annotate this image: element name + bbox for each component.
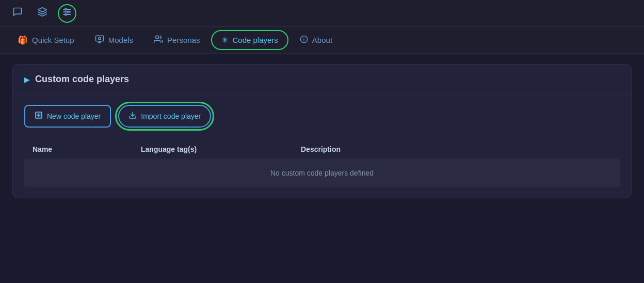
svg-point-8: [98, 37, 101, 40]
nav-bar: 🎁 Quick Setup Models Personas ✳ Code pla…: [0, 27, 644, 54]
sliders-icon: [62, 7, 72, 20]
new-code-player-button[interactable]: New code player: [24, 105, 111, 128]
plus-icon: [35, 111, 43, 121]
section-body: New code player Import code player Name: [13, 95, 631, 198]
main-content: ▶ Custom code players New code player: [0, 54, 644, 283]
chat-icon: [12, 7, 23, 20]
svg-point-9: [156, 36, 159, 39]
tab-about[interactable]: About: [291, 31, 342, 50]
tab-quick-setup[interactable]: 🎁 Quick Setup: [8, 31, 84, 49]
table-empty-row: No custom code players defined: [24, 159, 620, 187]
svg-marker-0: [38, 8, 47, 12]
custom-code-players-section: ▶ Custom code players New code player: [12, 64, 632, 198]
tab-models[interactable]: Models: [86, 30, 142, 50]
col-language-tags: Language tag(s): [141, 145, 296, 153]
top-icon-bar: [0, 0, 644, 27]
import-code-player-button[interactable]: Import code player: [118, 105, 211, 128]
section-title: Custom code players: [35, 74, 129, 85]
col-name: Name: [33, 145, 136, 153]
import-icon: [128, 111, 137, 121]
expand-icon: ▶: [24, 75, 30, 84]
layers-icon-button[interactable]: [33, 4, 52, 23]
layers-icon: [37, 7, 47, 20]
svg-point-5: [68, 11, 69, 12]
table-header: Name Language tag(s) Description: [24, 140, 620, 159]
sliders-icon-button[interactable]: [58, 4, 76, 23]
svg-point-4: [65, 8, 67, 10]
code-players-icon: ✳: [221, 35, 228, 45]
quick-setup-icon: 🎁: [18, 35, 28, 45]
section-header[interactable]: ▶ Custom code players: [13, 65, 631, 95]
chat-icon-button[interactable]: [8, 4, 27, 23]
svg-point-6: [65, 13, 67, 15]
tab-personas[interactable]: Personas: [144, 30, 209, 50]
about-icon: [300, 35, 308, 45]
svg-rect-7: [95, 36, 103, 41]
button-row: New code player Import code player: [24, 105, 620, 128]
tab-code-players[interactable]: ✳ Code players: [211, 30, 288, 50]
personas-icon: [154, 35, 163, 46]
models-icon: [95, 35, 104, 46]
col-description: Description: [301, 145, 611, 153]
